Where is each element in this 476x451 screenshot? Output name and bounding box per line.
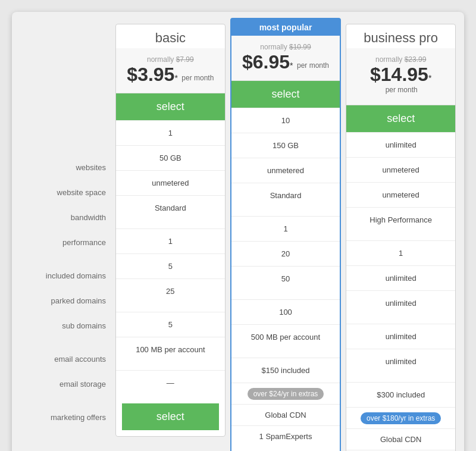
- plan-business-pro-per-month: per month: [386, 86, 418, 94]
- plan-business-pro-original-price: $23.99: [405, 55, 427, 64]
- plan-business-pro-sub-domains: unlimited: [346, 290, 455, 315]
- plan-plus-pricing: normally $10.99 $6.95* per month: [231, 36, 340, 81]
- plan-business-pro-normally: normally $23.99: [352, 55, 449, 64]
- label-email-storage: email storage: [18, 371, 113, 396]
- plan-basic-parked-domains: 5: [116, 253, 225, 278]
- plan-plus-website-space: 150 GB: [231, 133, 340, 158]
- plan-business-pro-performance: High Performance: [346, 207, 455, 232]
- plan-basic-select-bottom[interactable]: select: [122, 403, 219, 430]
- plan-business-pro-name: business pro: [346, 24, 455, 48]
- plan-business-pro-parked-domains: unlimited: [346, 265, 455, 290]
- plan-business-pro-pricing: normally $23.99 $14.95* per month: [346, 48, 455, 105]
- plan-basic-sub-domains: 25: [116, 278, 225, 303]
- plan-basic-website-space: 50 GB: [116, 145, 225, 170]
- pricing-container: websites website space bandwidth perform…: [18, 24, 458, 451]
- plan-plus: most popular normally $10.99 $6.95* per …: [230, 18, 342, 451]
- plan-business-pro: business pro normally $23.99 $14.95* per…: [346, 24, 456, 451]
- plan-plus-price: $6.95: [242, 51, 290, 73]
- plan-plus-per-month: per month: [297, 61, 329, 70]
- plan-business-pro-included-domains: 1: [346, 240, 455, 265]
- plan-basic-original-price: $7.99: [176, 55, 194, 64]
- label-websites: websites: [18, 155, 113, 180]
- plan-plus-original-price: $10.99: [289, 43, 311, 51]
- plan-basic-asterisk: *: [174, 73, 177, 83]
- pricing-page: websites website space bandwidth perform…: [12, 12, 464, 451]
- plan-plus-bandwidth: unmetered: [231, 158, 340, 183]
- plan-plus-parked-domains: 20: [231, 241, 340, 266]
- plan-plus-extra-1: Global CDN: [231, 404, 340, 425]
- plan-business-pro-extras-badge: over $180/yr in extras: [361, 412, 441, 424]
- plan-plus-sub-domains: 50: [231, 266, 340, 291]
- plan-basic-select-top[interactable]: select: [116, 93, 225, 120]
- label-performance: performance: [18, 230, 113, 255]
- label-marketing-offers: marketing offers: [18, 405, 113, 430]
- plan-plus-email-storage: 500 MB per account: [231, 324, 340, 349]
- plan-basic-normally: normally $7.99: [122, 55, 219, 64]
- plan-plus-extras-badge-row: over $24/yr in extras: [231, 383, 340, 404]
- plan-business-pro-price: $14.95: [370, 64, 428, 85]
- label-website-space: website space: [18, 180, 113, 205]
- plan-plus-select-top[interactable]: select: [231, 81, 340, 108]
- plan-business-pro-website-space: unmetered: [346, 157, 455, 182]
- plan-basic-pricing: normally $7.99 $3.95* per month: [116, 48, 225, 93]
- plan-plus-asterisk: *: [290, 61, 293, 70]
- plans-area: basic normally $7.99 $3.95* per month se…: [113, 24, 458, 451]
- plan-business-pro-websites: unlimited: [346, 132, 455, 157]
- plan-business-pro-extras-badge-row: over $180/yr in extras: [346, 407, 455, 428]
- plan-business-pro-asterisk: *: [428, 73, 431, 83]
- plan-business-pro-bandwidth: unmetered: [346, 182, 455, 207]
- plan-plus-websites: 10: [231, 108, 340, 133]
- plan-plus-normally: normally $10.99: [237, 43, 334, 51]
- plan-plus-price-line: $6.95* per month: [237, 51, 334, 73]
- label-parked-domains: parked domains: [18, 288, 113, 313]
- plan-basic-price: $3.95: [127, 64, 174, 85]
- plan-plus-marketing-offers: $150 included: [231, 358, 340, 383]
- plan-plus-performance: Standard: [231, 183, 340, 208]
- plan-plus-popular-badge: most popular: [231, 19, 340, 36]
- label-sub-domains: sub domains: [18, 313, 113, 338]
- plan-basic-price-line: $3.95* per month: [122, 64, 219, 86]
- label-included-domains: included domains: [18, 263, 113, 288]
- label-bandwidth: bandwidth: [18, 205, 113, 230]
- plan-plus-included-domains: 1: [231, 216, 340, 241]
- plan-business-pro-extra-1: Global CDN: [346, 428, 455, 450]
- plan-basic-websites: 1: [116, 120, 225, 145]
- plan-basic: basic normally $7.99 $3.95* per month se…: [115, 24, 226, 437]
- plan-business-pro-select-top[interactable]: select: [346, 105, 455, 132]
- plan-basic-per-month: per month: [181, 74, 214, 82]
- plan-basic-included-domains: 1: [116, 228, 225, 253]
- plan-basic-marketing-offers: —: [116, 370, 225, 395]
- labels-column: websites website space bandwidth perform…: [18, 24, 113, 430]
- plan-plus-email-accounts: 100: [231, 299, 340, 324]
- plan-basic-bandwidth: unmetered: [116, 170, 225, 195]
- plan-business-pro-email-storage: unlimited: [346, 349, 455, 374]
- plan-business-pro-price-line: $14.95* per month: [352, 64, 449, 98]
- plan-business-pro-email-accounts: unlimited: [346, 324, 455, 349]
- plan-basic-performance: Standard: [116, 195, 225, 220]
- plan-plus-extra-2: 1 SpamExperts: [231, 425, 340, 447]
- plan-business-pro-marketing-offers: $300 included: [346, 382, 455, 407]
- plan-basic-email-accounts: 5: [116, 312, 225, 337]
- label-email-accounts: email accounts: [18, 346, 113, 371]
- plan-basic-name: basic: [116, 24, 225, 48]
- plan-basic-email-storage: 100 MB per account: [116, 337, 225, 362]
- plan-plus-extras-badge: over $24/yr in extras: [248, 388, 324, 400]
